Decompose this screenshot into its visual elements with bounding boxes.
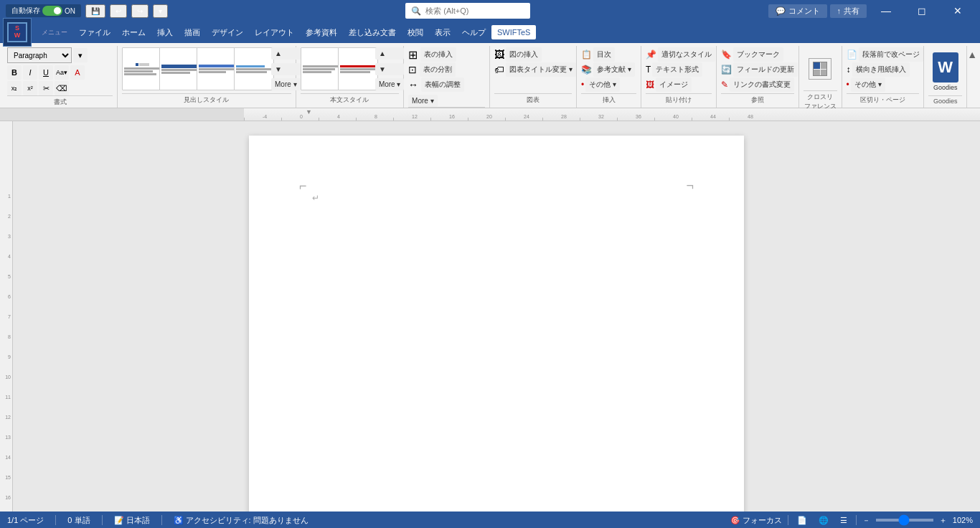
- subscript-button[interactable]: x₂: [7, 81, 22, 95]
- section-other-button[interactable]: その他 ▾: [851, 77, 885, 92]
- print-view-button[interactable]: 📄: [794, 514, 810, 527]
- figure-title-button[interactable]: 図表タイトル変更 ▾: [506, 62, 576, 77]
- menu-review[interactable]: 校閲: [402, 24, 429, 41]
- ruler-tick-8: 8: [0, 326, 12, 346]
- ribbon-group-body-style: ▲ ▼ More ▾ 本文スタイル: [296, 46, 404, 108]
- body-style-more[interactable]: More ▾: [375, 78, 405, 90]
- superscript-button[interactable]: x²: [23, 81, 37, 95]
- font-size-button[interactable]: Aa▾: [55, 65, 69, 80]
- bookmark-button[interactable]: ブックマーク: [733, 47, 783, 62]
- references-button[interactable]: 参考文献 ▾: [593, 62, 635, 77]
- minimize-button[interactable]: —: [870, 0, 903, 22]
- split-table-button[interactable]: 表の分割: [420, 62, 456, 77]
- style-box-1[interactable]: [122, 47, 162, 90]
- zoom-slider[interactable]: [876, 519, 933, 522]
- italic-button[interactable]: I: [23, 65, 37, 80]
- document-page[interactable]: ⌐ ¬ ↵: [249, 136, 744, 512]
- insert-figure-button[interactable]: 図の挿入: [506, 47, 542, 62]
- restore-button[interactable]: ◻: [905, 0, 938, 22]
- paragraph-mark: ↵: [312, 193, 319, 203]
- paste-label: 貼り付け: [646, 93, 712, 106]
- web-view-button[interactable]: 🌐: [816, 514, 831, 527]
- paste-image-button[interactable]: イメージ: [656, 77, 692, 92]
- title-bar-center: 🔍: [405, 3, 530, 19]
- style-box-4[interactable]: [234, 47, 274, 90]
- word-count: 0 単語: [67, 515, 90, 526]
- ruler-tick-12: 12: [0, 407, 12, 427]
- ribbon-group-ref: 🔖 ブックマーク 🔄 フィールドの更新 ✎ リンクの書式変更 参照: [717, 46, 799, 108]
- font-color-button[interactable]: A: [70, 65, 85, 80]
- ruler-tick-14: 14: [0, 447, 12, 467]
- autosave-toggle[interactable]: [42, 6, 62, 16]
- format-group-label: 書式: [7, 95, 113, 108]
- title-bar-left: 自動保存 ON 💾 ↩ ↪ ▾: [6, 4, 168, 18]
- zoom-plus-button[interactable]: ＋: [939, 515, 947, 526]
- ruler-tick-13: 13: [0, 427, 12, 447]
- autosave-label: 自動保存: [11, 6, 40, 16]
- search-input[interactable]: [405, 3, 530, 19]
- title-bar-right: 💬 コメント ↑ 共有 — ◻ ✕: [768, 0, 975, 22]
- share-button[interactable]: ↑ 共有: [830, 4, 867, 18]
- ruler-tick-2: 2: [0, 206, 12, 226]
- body-style-down[interactable]: ▼: [375, 63, 405, 75]
- cut-button[interactable]: ✂: [39, 81, 53, 95]
- toc-button[interactable]: 目次: [593, 47, 615, 62]
- table-style-more[interactable]: More ▾: [408, 95, 438, 107]
- heading-style-label: 見出しスタイル: [122, 93, 291, 106]
- autosave-state: ON: [65, 7, 75, 15]
- landscape-button[interactable]: 横向き用紙挿入: [852, 62, 910, 77]
- link-format-button[interactable]: リンクの書式変更: [730, 77, 794, 92]
- menu-design[interactable]: デザイン: [206, 24, 249, 41]
- bold-button[interactable]: B: [7, 65, 22, 80]
- body-style-up[interactable]: ▲: [375, 47, 405, 60]
- style-dropdown-button[interactable]: ▾: [73, 48, 88, 62]
- comment-button[interactable]: 💬 コメント: [768, 4, 827, 18]
- ribbon-group-format: Paragraph ▾ B I U Aa▾ A x₂ x² ✂ ⌫: [3, 46, 118, 108]
- ruler-tick-10: 10: [0, 367, 12, 387]
- ruler-tick-3: 3: [0, 226, 12, 246]
- insert-other-button[interactable]: その他 ▾: [585, 77, 620, 92]
- redo-button[interactable]: ↪: [131, 4, 149, 18]
- outline-view-button[interactable]: ☰: [837, 514, 850, 527]
- paste-style-button[interactable]: 適切なスタイル: [658, 47, 715, 62]
- paragraph-style-select[interactable]: Paragraph: [7, 47, 72, 63]
- menu-swiftes[interactable]: SWIFTeS: [491, 25, 536, 39]
- menu-insert[interactable]: 挿入: [151, 24, 179, 41]
- ribbon-group-insert: 📋 目次 📚 参考文献 ▾ • その他 ▾ 挿入: [577, 46, 641, 108]
- zoom-minus-button[interactable]: －: [862, 515, 870, 526]
- save-button[interactable]: 💾: [85, 4, 105, 18]
- status-sep-3: [161, 515, 162, 525]
- customize-button[interactable]: ▾: [153, 4, 168, 18]
- menu-layout[interactable]: レイアウト: [249, 24, 300, 41]
- underline-button[interactable]: U: [39, 65, 53, 80]
- style-box-3[interactable]: [197, 47, 237, 90]
- close-button[interactable]: ✕: [941, 0, 974, 22]
- ribbon-group-goodies: W Goodies Goodies: [924, 46, 967, 108]
- menu-file[interactable]: ファイル: [73, 24, 116, 41]
- clear-format-button[interactable]: ⌫: [55, 81, 69, 95]
- status-bar: 1/1 ページ 0 単語 📝 日本語 ♿ アクセシビリティ: 問題ありません 🎯…: [0, 512, 980, 528]
- menu-draw[interactable]: 描画: [179, 24, 206, 41]
- goodies-button[interactable]: W Goodies: [929, 50, 962, 94]
- menu-view[interactable]: 表示: [429, 24, 456, 41]
- menu-help[interactable]: ヘルプ: [456, 24, 491, 41]
- adjust-table-button[interactable]: 表幅の調整: [421, 77, 464, 92]
- autosave-button[interactable]: 自動保存 ON: [6, 4, 81, 17]
- document-area[interactable]: ⌐ ¬ ↵: [13, 121, 980, 512]
- menu-mailings[interactable]: 差し込み文書: [343, 24, 402, 41]
- insert-table-button[interactable]: 表の挿入: [420, 47, 456, 62]
- ruler-tick-11: 11: [0, 387, 12, 407]
- body-style-box-2[interactable]: [338, 47, 378, 90]
- page-break-button[interactable]: 段落前で改ページ: [859, 47, 923, 62]
- body-style-box-1[interactable]: [301, 47, 341, 90]
- ribbon-collapse-button[interactable]: ▲: [967, 49, 977, 60]
- menu-references[interactable]: 参考資料: [300, 24, 343, 41]
- accessibility-indicator: ♿ アクセシビリティ: 問題ありません: [174, 515, 308, 526]
- paste-text-button[interactable]: テキスト形式: [652, 62, 702, 77]
- undo-button[interactable]: ↩: [110, 4, 127, 18]
- ribbon-group-section: 📄 段落前で改ページ ↕ 横向き用紙挿入 • その他 ▾ 区切り・ページ: [842, 46, 925, 108]
- goodies-label: Goodies: [928, 95, 962, 106]
- style-box-2[interactable]: [159, 47, 199, 90]
- menu-home[interactable]: ホーム: [116, 24, 151, 41]
- update-field-button[interactable]: フィールドの更新: [733, 62, 798, 77]
